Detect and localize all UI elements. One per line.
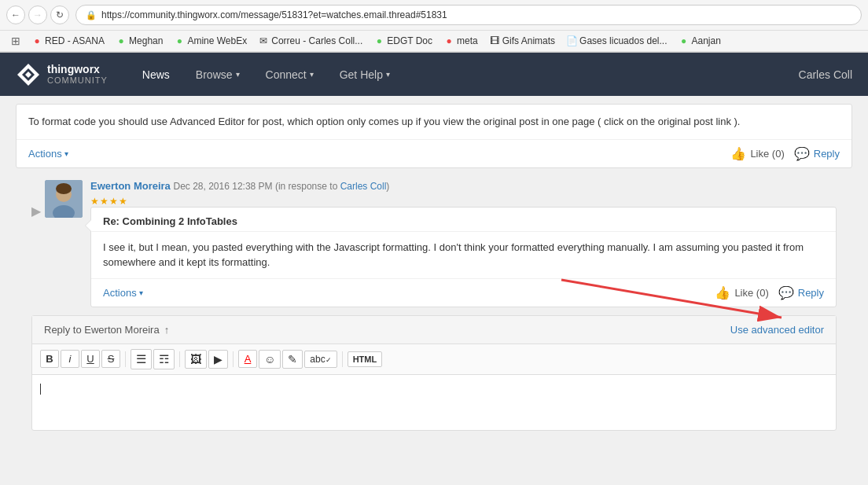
author-name[interactable]: Ewerton Moreira <box>90 180 171 192</box>
logo-icon <box>16 62 41 87</box>
toolbar-separator-4 <box>342 351 343 367</box>
aanjan-icon: ● <box>679 35 690 46</box>
gases-icon: 📄 <box>566 35 577 46</box>
first-comment-footer-right: 👍 Like (0) 💬 Reply <box>730 146 840 161</box>
indent: ▶ <box>31 180 45 307</box>
correu-icon: ✉ <box>258 35 269 46</box>
html-button[interactable]: HTML <box>348 351 383 367</box>
logo-brand: thingworx <box>47 64 108 75</box>
reply-to-label: Reply to Ewerton Moreira ↑ <box>44 324 169 336</box>
font-color-button[interactable]: A <box>238 350 257 368</box>
lock-icon: 🔒 <box>86 10 97 20</box>
reply-icon: 💬 <box>794 146 810 161</box>
logo-community: COMMUNITY <box>47 75 108 85</box>
bookmark-apps[interactable]: ⊞ <box>6 33 25 49</box>
nested-comment-like-button[interactable]: 👍 Like (0) <box>715 285 768 300</box>
editor-toolbar: B i U S ☰ ☶ 🖼 ▶ A ☺ ✎ abc✓ HTML <box>32 344 836 375</box>
nav-get-help[interactable]: Get Help ▾ <box>329 53 401 96</box>
avatar-image <box>45 180 83 218</box>
asana-icon: ● <box>31 35 42 46</box>
nested-reply-icon: 💬 <box>778 285 794 300</box>
gifs-icon: 🎞 <box>489 35 500 46</box>
bookmark-aanjan[interactable]: ● Aanjan <box>674 34 726 48</box>
in-response-text: in response to <box>278 181 340 192</box>
thumbs-up-icon: 👍 <box>730 146 746 161</box>
nav-news[interactable]: News <box>131 53 181 96</box>
bookmarks-bar: ⊞ ● RED - ASANA ● Meghan ● Amine WebEx ✉… <box>0 31 868 52</box>
bookmark-gifs[interactable]: 🎞 Gifs Animats <box>484 34 560 48</box>
nested-comment-reply-button[interactable]: 💬 Reply <box>778 285 824 300</box>
reply-editor: Reply to Ewerton Moreira ↑ Use advanced … <box>31 315 837 431</box>
nested-comment-actions-button[interactable]: Actions ▾ <box>103 287 143 299</box>
first-comment-footer: Actions ▾ 👍 Like (0) 💬 Reply <box>17 139 851 167</box>
in-response-label: (in response to Carles Coll) <box>275 181 389 192</box>
first-comment: To format code you should use Advanced E… <box>16 104 852 168</box>
first-comment-content: To format code you should use Advanced E… <box>17 105 851 139</box>
bookmark-gases[interactable]: 📄 Gases licuados del... <box>561 34 671 48</box>
first-comment-reply-button[interactable]: 💬 Reply <box>794 146 840 161</box>
meghan-icon: ● <box>116 35 127 46</box>
nav-buttons: ← → ↻ <box>6 6 69 24</box>
reply-editor-wrapper: Reply to Ewerton Moreira ↑ Use advanced … <box>16 315 852 431</box>
special-chars-button[interactable]: ✎ <box>282 350 303 369</box>
avatar <box>45 180 83 218</box>
bubble-title: Re: Combining 2 InfoTables <box>91 208 836 232</box>
nested-comment-footer-right: 👍 Like (0) 💬 Reply <box>715 285 824 300</box>
nested-comment-footer: Actions ▾ 👍 Like (0) 💬 Reply <box>91 278 836 307</box>
toolbar-separator-1 <box>125 351 126 367</box>
nav-browse[interactable]: Browse ▾ <box>185 53 251 96</box>
comment-date: Dec 28, 2016 12:38 PM (in response to Ca… <box>173 181 389 192</box>
editor-cursor <box>40 384 41 395</box>
logo-area: thingworx COMMUNITY <box>16 62 108 87</box>
indent-arrow-icon: ▶ <box>31 204 41 219</box>
thread-container: To format code you should use Advanced E… <box>0 96 868 446</box>
connect-caret-icon: ▾ <box>310 70 314 79</box>
nested-comment-bubble: Re: Combining 2 InfoTables I see it, but… <box>90 207 837 307</box>
browser-toolbar: ← → ↻ 🔒 https://community.thingworx.com/… <box>0 0 868 31</box>
reply-to-arrow-icon: ↑ <box>164 324 170 336</box>
forward-button[interactable]: → <box>28 6 47 24</box>
main-content: To format code you should use Advanced E… <box>0 96 868 446</box>
star-1: ★ <box>90 196 99 207</box>
user-name[interactable]: Carles Coll <box>799 68 852 81</box>
reload-button[interactable]: ↻ <box>50 6 69 24</box>
ordered-list-button[interactable]: ☶ <box>153 349 175 369</box>
logo-text-area: thingworx COMMUNITY <box>47 64 108 85</box>
strikethrough-button[interactable]: S <box>101 350 120 368</box>
meta-icon: ● <box>443 35 454 46</box>
edgt-icon: ● <box>373 35 384 46</box>
emoji-button[interactable]: ☺ <box>259 350 281 369</box>
browser-chrome: ← → ↻ 🔒 https://community.thingworx.com/… <box>0 0 868 53</box>
nested-comment-header: Ewerton Moreira Dec 28, 2016 12:38 PM (i… <box>90 180 837 192</box>
svg-point-6 <box>56 183 72 194</box>
apps-grid-icon: ⊞ <box>11 35 20 47</box>
bookmark-meghan[interactable]: ● Meghan <box>111 34 167 48</box>
address-bar[interactable]: 🔒 https://community.thingworx.com/messag… <box>75 5 862 25</box>
italic-button[interactable]: i <box>61 350 79 368</box>
insert-image-button[interactable]: 🖼 <box>185 350 207 369</box>
first-comment-like-button[interactable]: 👍 Like (0) <box>730 146 784 161</box>
back-button[interactable]: ← <box>6 6 25 24</box>
editor-text-area[interactable] <box>32 375 836 430</box>
nested-comment-inner: ▶ <box>31 180 837 307</box>
bookmark-amine[interactable]: ● Amine WebEx <box>169 34 252 48</box>
spell-check-button[interactable]: abc✓ <box>304 351 337 368</box>
star-2: ★ <box>100 196 108 207</box>
url-text: https://community.thingworx.com/message/… <box>101 9 447 20</box>
bookmark-edgt[interactable]: ● EDGT Doc <box>369 34 437 48</box>
insert-video-button[interactable]: ▶ <box>208 350 228 369</box>
bookmark-meta[interactable]: ● meta <box>439 34 483 48</box>
unordered-list-button[interactable]: ☰ <box>131 349 152 369</box>
bookmark-asana[interactable]: ● RED - ASANA <box>27 34 109 48</box>
nested-actions-caret-icon: ▾ <box>139 288 143 297</box>
first-comment-actions-button[interactable]: Actions ▾ <box>28 148 68 160</box>
nav-connect[interactable]: Connect ▾ <box>255 53 325 96</box>
use-advanced-editor-button[interactable]: Use advanced editor <box>730 324 824 336</box>
first-comment-text: To format code you should use Advanced E… <box>28 114 840 130</box>
underline-button[interactable]: U <box>81 350 100 368</box>
bookmark-correu[interactable]: ✉ Correu - Carles Coll... <box>253 34 367 48</box>
star-4: ★ <box>119 196 127 207</box>
in-response-person[interactable]: Carles Coll <box>340 181 387 192</box>
bubble-body: I see it, but I mean, you pasted everyth… <box>91 232 836 278</box>
bold-button[interactable]: B <box>40 350 59 368</box>
